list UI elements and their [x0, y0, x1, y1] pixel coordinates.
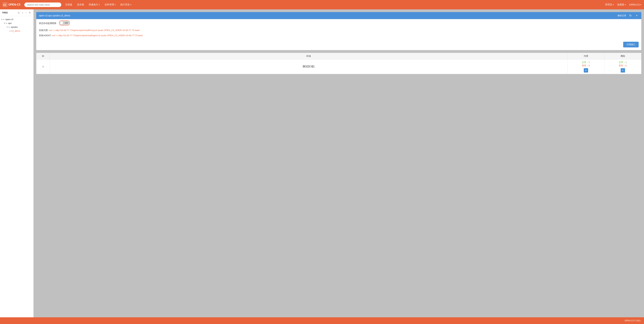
- agent-normal: 正常：1: [582, 61, 590, 64]
- chevron-down-icon: ▾: [625, 4, 626, 6]
- sidebar-header: TREE ⊙ + − ↻: [0, 9, 34, 16]
- main-card: open-c3.ops.opsdev.c3_demo 修改记录 ↻ + 状态自动…: [36, 12, 641, 50]
- table-row: 1 测试区域1 正常：1 异常：0 + 正常：1: [36, 59, 641, 74]
- subnet-stats: 正常：1 异常：0 +: [606, 61, 639, 73]
- expand-arrow-icon: ▾: [7, 26, 8, 28]
- copyright: OPEN-C3 © 2021: [624, 320, 641, 322]
- chevron-down-icon: ▾: [130, 4, 132, 6]
- card-title: open-c3.ops.opsdev.c3_demo: [39, 14, 618, 17]
- card-header: open-c3.ops.opsdev.c3_demo 修改记录 ↻ +: [36, 12, 641, 19]
- install-proxy-line: 安装代理: curl -L http://10.60.77.73/api/scr…: [39, 29, 639, 32]
- chevron-down-icon: ▾: [640, 4, 641, 6]
- col-zone: 区域: [50, 53, 568, 59]
- logo-icon: C3: [3, 2, 8, 7]
- sidebar: TREE ⊙ + − ↻ ▾ ⊳ open-c3 ▾ ⊳ ops ▾ ⊳: [0, 9, 34, 317]
- node-icon: ≡: [10, 30, 10, 32]
- subnet-normal: 正常：1: [619, 61, 626, 64]
- tree-node-c3demo[interactable]: ≡ c3_demo: [0, 29, 34, 33]
- nav-pipeline[interactable]: 流水线: [77, 3, 84, 6]
- table-header-row: ID 区域 代理 网段: [36, 53, 641, 59]
- main-layout: TREE ⊙ + − ↻ ▾ ⊳ open-c3 ▾ ⊳ ops ▾ ⊳: [0, 9, 644, 317]
- content-area: open-c3.ops.opsdev.c3_demo 修改记录 ↻ + 状态自动…: [34, 9, 644, 317]
- cell-id: 1: [36, 59, 50, 74]
- nav-quick-exec[interactable]: 快速执行 ▾: [89, 3, 100, 6]
- nav-dashboard[interactable]: 仪表盘: [65, 3, 72, 6]
- table-head: ID 区域 代理 网段: [36, 53, 641, 59]
- cell-zone: 测试区域1: [50, 59, 568, 74]
- svg-text:C3: C3: [3, 4, 6, 6]
- chevron-down-icon: ▾: [613, 4, 614, 6]
- footer: OPEN-C3 © 2021: [0, 317, 644, 324]
- refresh-btn[interactable]: ↻: [628, 14, 633, 17]
- navbar-right: 管理员 ▾ 连接器 ▾ OPEN-C3 ▾: [605, 3, 641, 6]
- col-subnet: 网段: [604, 53, 641, 59]
- expand-arrow-icon: ▾: [1, 18, 2, 20]
- sidebar-title: TREE: [2, 11, 16, 14]
- chevron-down-icon: ▾: [99, 4, 100, 6]
- proxy-btn-row: 代理接口: [36, 42, 641, 50]
- table-body: 1 测试区域1 正常：1 异常：0 + 正常：1: [36, 59, 641, 74]
- search-bar[interactable]: [24, 2, 61, 7]
- sidebar-remove-btn[interactable]: −: [25, 11, 27, 14]
- cell-subnet: 正常：1 异常：0 +: [604, 59, 641, 74]
- tree-container: ▾ ⊳ open-c3 ▾ ⊳ ops ▾ ⊳ opsdev ≡ c3_demo: [0, 16, 34, 317]
- install-agent-cmd[interactable]: curl -L http://10.60.77.73/api/scripts/i…: [52, 34, 143, 37]
- install-agent-line: 安装AGENT: curl -L http://10.60.77.73/api/…: [39, 34, 639, 37]
- install-proxy-label: 安装代理:: [39, 29, 48, 31]
- toggle-wrap: OFF: [59, 20, 70, 26]
- status-row: 状态自动监测更新 OFF: [36, 19, 641, 26]
- agent-stats: 正常：1 异常：0 +: [570, 61, 602, 73]
- nav-admin[interactable]: 管理员 ▾: [605, 3, 614, 6]
- modify-log-link[interactable]: 修改记录: [618, 14, 626, 17]
- tree-node-ops[interactable]: ▾ ⊳ ops: [0, 21, 34, 25]
- sidebar-actions: ⊙ + − ↻: [17, 11, 32, 14]
- nav-biz-mgmt[interactable]: 业务管理 ▾: [104, 3, 116, 6]
- navbar: C3 OPEN-C3 仪表盘 流水线 快速执行 ▾ 业务管理 ▾ 执行历史 ▾ …: [0, 0, 644, 9]
- install-section: 安装代理: curl -L http://10.60.77.73/api/scr…: [36, 26, 641, 42]
- main-nav: 仪表盘 流水线 快速执行 ▾ 业务管理 ▾ 执行历史 ▾: [65, 3, 601, 6]
- data-table: ID 区域 代理 网段 1 测试区域1 正常：1 异常：0: [36, 53, 641, 74]
- brand-name: OPEN-C3: [8, 3, 20, 6]
- brand-logo: C3 OPEN-C3: [3, 2, 20, 7]
- add-btn[interactable]: +: [635, 14, 639, 17]
- tree-node-opsdev[interactable]: ▾ ⊳ opsdev: [0, 25, 34, 29]
- nav-exec-history[interactable]: 执行历史 ▾: [120, 3, 132, 6]
- tree-node-open-c3[interactable]: ▾ ⊳ open-c3: [0, 17, 34, 21]
- add-subnet-btn[interactable]: +: [621, 68, 625, 73]
- sidebar-refresh-btn[interactable]: ↻: [28, 11, 32, 14]
- subnet-abnormal: 异常：0: [619, 64, 626, 67]
- col-id: ID: [36, 53, 50, 59]
- expand-arrow-icon: ▾: [4, 22, 5, 24]
- folder-icon: ⊳: [6, 22, 8, 24]
- folder-icon: ⊳: [8, 26, 10, 28]
- toggle-state: OFF: [65, 22, 68, 24]
- cell-agent: 正常：1 异常：0 +: [568, 59, 604, 74]
- sidebar-locate-btn[interactable]: ⊙: [17, 11, 20, 14]
- folder-icon: ⊳: [3, 18, 5, 21]
- sidebar-add-btn[interactable]: +: [22, 11, 24, 14]
- nav-connector[interactable]: 连接器 ▾: [617, 3, 626, 6]
- toggle-knob: [60, 21, 63, 24]
- toggle-highlight: OFF: [59, 20, 70, 25]
- search-input[interactable]: [24, 2, 61, 7]
- agent-abnormal: 异常：0: [582, 64, 590, 67]
- col-agent: 代理: [568, 53, 604, 59]
- table-card: ID 区域 代理 网段 1 测试区域1 正常：1 异常：0: [36, 53, 641, 74]
- proxy-interface-btn[interactable]: 代理接口: [623, 42, 639, 47]
- status-label: 状态自动监测更新: [39, 22, 56, 25]
- install-agent-label: 安装AGENT:: [39, 34, 51, 37]
- toggle-switch[interactable]: OFF: [60, 21, 69, 25]
- nav-open-c3[interactable]: OPEN-C3 ▾: [629, 3, 641, 6]
- add-agent-btn[interactable]: +: [584, 68, 588, 73]
- install-proxy-cmd[interactable]: curl -L http://10.60.77.73/api/scripts/i…: [49, 29, 140, 31]
- chevron-down-icon: ▾: [114, 4, 116, 6]
- card-header-actions: 修改记录 ↻ +: [618, 14, 639, 17]
